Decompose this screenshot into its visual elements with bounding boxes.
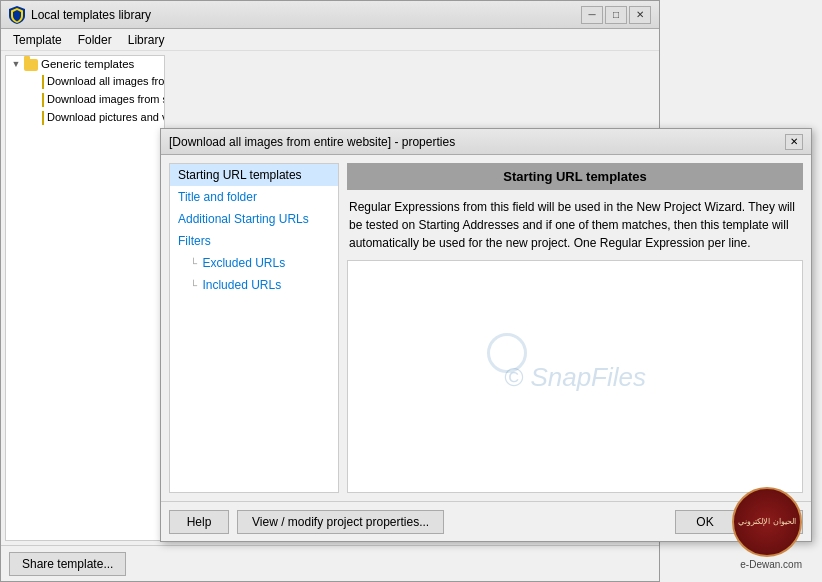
ok-button[interactable]: OK [675,510,735,534]
cancel-button[interactable]: Can... [741,510,803,534]
dialog-right-panel: Starting URL templates Regular Expressio… [347,163,803,493]
minimize-button[interactable]: ─ [581,6,603,24]
tree-item-0[interactable]: Download all images from entire website [6,72,164,90]
watermark-text: © SnapFiles [504,361,646,392]
menu-library[interactable]: Library [120,31,173,49]
nav-label-4: Excluded URLs [202,256,285,270]
tree-item-label-0: Download all images from entire website [47,75,165,87]
nav-label-0: Starting URL templates [178,168,302,182]
dialog-nav: Starting URL templates Title and folder … [169,163,339,493]
nav-item-title-folder[interactable]: Title and folder [170,186,338,208]
tree-item-label-1: Download images from single-page gallery [47,93,165,105]
tree-panel: ▼ Generic templates Download all images … [5,55,165,541]
footer-right: OK Can... [675,510,803,534]
nav-item-starting-url[interactable]: Starting URL templates [170,164,338,186]
branding-english: e-Dewan.com [740,559,802,570]
watermark-circle [487,333,527,373]
nav-label-5: Included URLs [202,278,281,292]
share-template-button[interactable]: Share template... [9,552,126,576]
title-buttons: ─ □ ✕ [581,6,651,24]
right-panel-textarea[interactable]: © SnapFiles [347,260,803,493]
dialog-window: [Download all images from entire website… [160,128,812,542]
nav-item-additional-urls[interactable]: Additional Starting URLs [170,208,338,230]
maximize-button[interactable]: □ [605,6,627,24]
tree-item-label-2: Download pictures and videos from TGP ca… [47,111,165,123]
dialog-body: Starting URL templates Title and folder … [161,155,811,501]
doc-icon [42,93,44,107]
bullet-icon: └ [190,258,197,269]
nav-item-filters[interactable]: Filters [170,230,338,252]
tree-root[interactable]: ▼ Generic templates [6,56,164,72]
right-panel-description: Regular Expressions from this field will… [347,198,803,252]
dialog-title: [Download all images from entire website… [169,135,455,149]
doc-icon [42,75,44,89]
main-window-title: Local templates library [31,8,151,22]
right-panel-header: Starting URL templates [347,163,803,190]
folder-icon [24,59,38,71]
close-button[interactable]: ✕ [629,6,651,24]
menu-template[interactable]: Template [5,31,70,49]
menu-bar: Template Folder Library [1,29,659,51]
shield-icon [9,6,25,24]
menu-folder[interactable]: Folder [70,31,120,49]
nav-label-1: Title and folder [178,190,257,204]
nav-item-excluded-urls[interactable]: └ Excluded URLs [170,252,338,274]
main-title-bar: Local templates library ─ □ ✕ [1,1,659,29]
doc-icon [42,111,44,125]
expand-icon: ▼ [10,58,22,70]
root-label: Generic templates [41,58,134,70]
view-modify-button[interactable]: View / modify project properties... [237,510,444,534]
nav-label-3: Filters [178,234,211,248]
footer-left: Help View / modify project properties... [169,510,444,534]
nav-label-2: Additional Starting URLs [178,212,309,226]
main-bottom-bar: Share template... [1,545,659,581]
title-bar-left: Local templates library [9,6,151,24]
dialog-footer: Help View / modify project properties...… [161,501,811,541]
bullet-icon: └ [190,280,197,291]
tree-item-1[interactable]: Download images from single-page gallery [6,90,164,108]
nav-item-included-urls[interactable]: └ Included URLs [170,274,338,296]
dialog-title-bar: [Download all images from entire website… [161,129,811,155]
help-button[interactable]: Help [169,510,229,534]
tree-item-2[interactable]: Download pictures and videos from TGP ca… [6,108,164,126]
dialog-close-button[interactable]: ✕ [785,134,803,150]
watermark-brand: SnapFiles [530,361,646,391]
